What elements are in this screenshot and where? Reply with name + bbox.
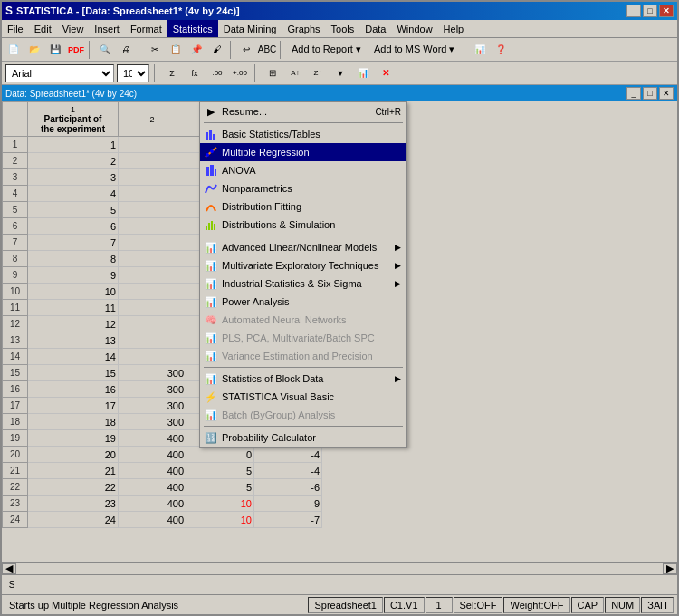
cell-c1[interactable]: 2 [28,153,119,169]
grid-button[interactable]: ⊞ [263,63,282,83]
menu-statistics[interactable]: Statistics [167,20,218,37]
cell-c1[interactable]: 7 [28,235,119,251]
menu-item-anova[interactable]: ANOVA [200,161,406,179]
filter-button[interactable]: ▼ [330,63,350,83]
cut-button[interactable]: ✂ [145,40,165,60]
undo-button[interactable]: ↩ [236,40,256,60]
cell-c4[interactable]: -4 [254,463,322,479]
cell-c2[interactable]: 300 [119,381,186,398]
cell-c1[interactable]: 6 [28,218,119,235]
cell-c2[interactable] [119,349,186,365]
menu-item-resume[interactable]: ▶ Resume... Ctrl+R [200,102,406,120]
cell-c1[interactable]: 9 [28,267,119,284]
print-button[interactable]: 🖨 [116,40,136,60]
sort-az-button[interactable]: A↑ [285,63,305,83]
cell-c4[interactable]: -9 [254,496,322,512]
cell-c2[interactable]: 400 [119,496,186,512]
menu-item-distribution-fitting[interactable]: Distribution Fitting [200,197,406,216]
cell-c1[interactable]: 13 [28,332,119,349]
inner-close[interactable]: ✕ [659,87,674,100]
format-painter-button[interactable]: 🖌 [207,40,227,60]
menu-data[interactable]: Data [359,20,391,37]
cell-c1[interactable]: 20 [28,447,119,463]
copy-button[interactable]: 📋 [166,40,186,60]
cell-c2[interactable]: 400 [119,447,186,463]
menu-item-block-data[interactable]: 📊 Statistics of Block Data ▶ [200,370,406,388]
menu-help[interactable]: Help [438,20,470,37]
cell-c1[interactable]: 15 [28,365,119,381]
horizontal-scrollbar[interactable]: ◀ ▶ [2,562,677,574]
menu-item-basic-stats[interactable]: Basic Statistics/Tables [200,125,406,143]
spell-button[interactable]: ABC [257,40,277,60]
cell-c3[interactable]: 5 [186,463,254,479]
cell-c1[interactable]: 5 [28,202,119,218]
chart-button[interactable]: 📊 [353,63,373,83]
sum-button[interactable]: Σ [162,63,182,83]
cell-c3[interactable]: 0 [186,447,254,463]
cell-c2[interactable] [119,202,186,218]
cell-c1[interactable]: 4 [28,186,119,202]
menu-insert[interactable]: Insert [89,20,125,37]
cell-c1[interactable]: 21 [28,463,119,479]
cell-c1[interactable]: 8 [28,251,119,267]
cell-c1[interactable]: 3 [28,169,119,186]
add-to-report-button[interactable]: Add to Report ▾ [286,40,367,60]
menu-item-advanced-linear[interactable]: 📊 Advanced Linear/Nonlinear Models ▶ [200,238,406,256]
save-button[interactable]: 💾 [45,40,65,60]
cell-c3[interactable]: 10 [186,496,254,512]
cell-c1[interactable]: 18 [28,414,119,430]
cell-c2[interactable] [119,300,186,316]
menu-item-multivariate[interactable]: 📊 Multivariate Exploratory Techniques ▶ [200,256,406,274]
cell-c2[interactable]: 400 [119,479,186,496]
cell-c1[interactable]: 11 [28,300,119,316]
cell-c2[interactable]: 400 [119,430,186,447]
cell-c2[interactable] [119,251,186,267]
cell-c4[interactable]: -7 [254,512,322,528]
cell-c2[interactable] [119,153,186,169]
cell-c1[interactable]: 16 [28,381,119,398]
cell-c2[interactable] [119,284,186,300]
menu-item-multiple-regression[interactable]: Multiple Regression [200,143,406,161]
minimize-button[interactable]: _ [626,5,641,17]
font-size-select[interactable]: 10 [117,64,149,82]
format-num2-button[interactable]: +.00 [230,63,250,83]
cell-c1[interactable]: 22 [28,479,119,496]
sort-za-button[interactable]: Z↑ [308,63,328,83]
maximize-button[interactable]: □ [643,5,657,17]
bottom-icon-button[interactable]: S [2,575,22,595]
menu-data-mining[interactable]: Data Mining [218,20,282,37]
menu-item-power[interactable]: 📊 Power Analysis [200,293,406,311]
cell-c2[interactable] [119,218,186,235]
cell-c4[interactable]: -4 [254,447,322,463]
menu-item-probability[interactable]: 🔢 Probability Calculator [200,428,406,447]
font-select[interactable]: Arial [5,64,114,82]
cell-c1[interactable]: 12 [28,316,119,332]
menu-item-nonparametrics[interactable]: Nonparametrics [200,179,406,197]
cell-c4[interactable]: -6 [254,479,322,496]
menu-item-distributions-sim[interactable]: Distributions & Simulation [200,216,406,234]
paste-button[interactable]: 📌 [186,40,206,60]
cell-c1[interactable]: 17 [28,398,119,414]
menu-file[interactable]: File [2,20,29,37]
open-button[interactable]: 📂 [24,40,44,60]
cell-c1[interactable]: 23 [28,496,119,512]
menu-item-industrial[interactable]: 📊 Industrial Statistics & Six Sigma ▶ [200,274,406,293]
close-x-button[interactable]: ✕ [376,63,396,83]
cell-c2[interactable]: 400 [119,463,186,479]
add-to-word-button[interactable]: Add to MS Word ▾ [368,40,461,60]
new-button[interactable]: 📄 [4,40,24,60]
pdf-button[interactable]: PDF [66,40,86,60]
cell-c3[interactable]: 5 [186,479,254,496]
cell-c2[interactable] [119,169,186,186]
icon2-button[interactable]: ❓ [491,40,511,60]
cell-c1[interactable]: 24 [28,512,119,528]
cell-c2[interactable] [119,332,186,349]
close-button[interactable]: ✕ [659,5,674,17]
cell-c2[interactable] [119,235,186,251]
cell-c2[interactable]: 300 [119,398,186,414]
menu-tools[interactable]: Tools [326,20,360,37]
cell-c2[interactable]: 300 [119,414,186,430]
cell-c1[interactable]: 1 [28,137,119,153]
menu-format[interactable]: Format [125,20,167,37]
cell-c2[interactable] [119,137,186,153]
